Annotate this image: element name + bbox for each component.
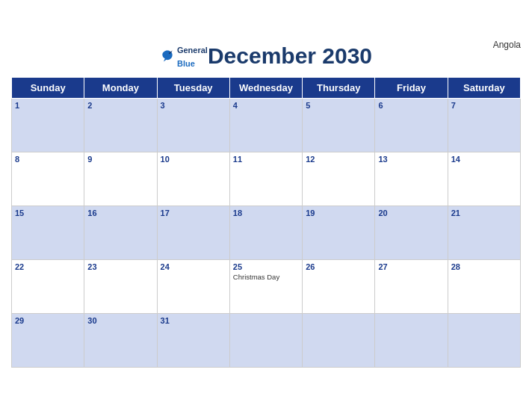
day-number: 21 — [451, 208, 517, 217]
header-tuesday: Tuesday — [157, 78, 229, 99]
day-number: 25 — [233, 262, 299, 271]
calendar-cell: 4 — [229, 99, 302, 152]
calendar-table: Sunday Monday Tuesday Wednesday Thursday… — [11, 77, 521, 368]
day-number: 4 — [233, 101, 299, 110]
weekday-header-row: Sunday Monday Tuesday Wednesday Thursday… — [12, 78, 521, 99]
day-number: 26 — [306, 262, 371, 271]
calendar-cell — [448, 314, 520, 368]
calendar-cell: 16 — [84, 206, 157, 260]
calendar-cell: 8 — [12, 152, 84, 206]
calendar-cell: 5 — [303, 99, 375, 152]
calendar-cell: 31 — [157, 314, 229, 368]
day-number: 28 — [451, 262, 517, 271]
day-number: 14 — [451, 155, 517, 164]
calendar-cell: 7 — [448, 99, 520, 152]
calendar-cell: 30 — [84, 314, 157, 368]
calendar-cell: 23 — [84, 260, 157, 314]
day-number: 24 — [161, 262, 226, 271]
day-number: 22 — [15, 262, 81, 271]
calendar-cell: 1 — [12, 99, 84, 152]
day-number: 17 — [161, 208, 226, 217]
calendar-cell: 17 — [157, 206, 229, 260]
calendar-cell: 14 — [448, 152, 520, 206]
day-number: 2 — [87, 101, 153, 110]
calendar-cell: 19 — [303, 206, 375, 260]
calendar-cell — [229, 314, 302, 368]
day-number: 12 — [306, 155, 371, 164]
day-number: 15 — [15, 208, 81, 217]
header-sunday: Sunday — [12, 78, 84, 99]
day-number: 9 — [87, 155, 153, 164]
calendar-cell: 11 — [229, 152, 302, 206]
calendar-cell: 15 — [12, 206, 84, 260]
day-number: 13 — [378, 155, 444, 164]
day-number: 30 — [87, 316, 153, 325]
calendar-cell — [303, 314, 375, 368]
calendar-cell: 3 — [157, 99, 229, 152]
calendar-cell: 6 — [375, 99, 448, 152]
header-wednesday: Wednesday — [229, 78, 302, 99]
calendar-cell: 20 — [375, 206, 448, 260]
calendar-cell: 24 — [157, 260, 229, 314]
day-number: 10 — [161, 155, 226, 164]
header-saturday: Saturday — [448, 78, 520, 99]
logo: General Blue — [160, 43, 208, 69]
calendar-cell: 2 — [84, 99, 157, 152]
calendar-cell: 21 — [448, 206, 520, 260]
day-number: 29 — [15, 316, 81, 325]
day-number: 3 — [161, 101, 226, 110]
calendar-cell: 12 — [303, 152, 375, 206]
table-row: 293031 — [12, 314, 521, 368]
calendar-cell: 13 — [375, 152, 448, 206]
day-number: 11 — [233, 155, 299, 164]
header-thursday: Thursday — [303, 78, 375, 99]
logo-text-general: General — [177, 46, 208, 55]
calendar-title: December 2030 — [208, 43, 372, 69]
logo-bird-icon — [160, 49, 175, 64]
calendar-cell: 10 — [157, 152, 229, 206]
day-number: 6 — [378, 101, 444, 110]
calendar-cell — [375, 314, 448, 368]
day-number: 8 — [15, 155, 81, 164]
calendar-header: General Blue December 2030 Angola — [11, 40, 521, 72]
header-friday: Friday — [375, 78, 448, 99]
table-row: 22232425Christmas Day262728 — [12, 260, 521, 314]
logo-text-blue: Blue — [177, 59, 195, 68]
calendar-cell: 26 — [303, 260, 375, 314]
day-number: 5 — [306, 101, 371, 110]
day-number: 7 — [451, 101, 517, 110]
day-number: 20 — [378, 208, 444, 217]
calendar-cell: 9 — [84, 152, 157, 206]
header-monday: Monday — [84, 78, 157, 99]
day-number: 31 — [161, 316, 226, 325]
day-number: 1 — [15, 101, 81, 110]
day-number: 19 — [306, 208, 371, 217]
holiday-label: Christmas Day — [233, 273, 299, 281]
table-row: 891011121314 — [12, 152, 521, 206]
day-number: 27 — [378, 262, 444, 271]
calendar-cell: 22 — [12, 260, 84, 314]
country-label: Angola — [493, 40, 521, 50]
day-number: 23 — [87, 262, 153, 271]
calendar-cell: 29 — [12, 314, 84, 368]
calendar-cell: 18 — [229, 206, 302, 260]
calendar-container: General Blue December 2030 Angola Sunday… — [0, 32, 532, 379]
table-row: 15161718192021 — [12, 206, 521, 260]
table-row: 1234567 — [12, 99, 521, 152]
calendar-cell: 27 — [375, 260, 448, 314]
calendar-cell: 25Christmas Day — [229, 260, 302, 314]
day-number: 18 — [233, 208, 299, 217]
calendar-cell: 28 — [448, 260, 520, 314]
day-number: 16 — [87, 208, 153, 217]
